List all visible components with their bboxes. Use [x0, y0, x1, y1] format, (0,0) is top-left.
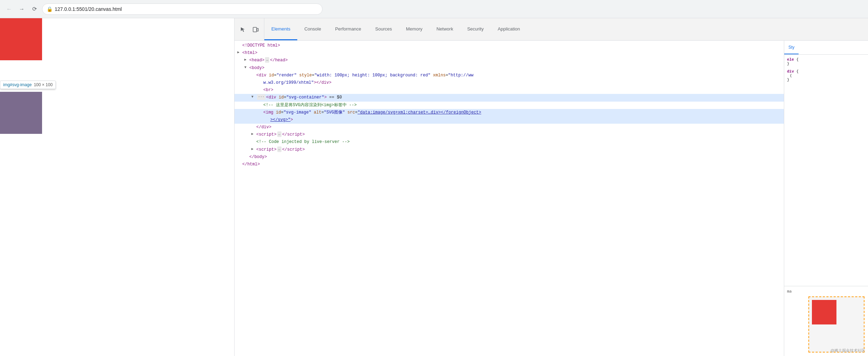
html-line-doctype[interactable]: <!DOCTYPE html>	[235, 42, 784, 49]
element-tooltip: img#svg-image 100 × 100	[0, 81, 56, 89]
html-line-script2[interactable]: ▶ <script>…</script>	[235, 146, 784, 153]
html-line-html-open[interactable]: ▶ <html>	[235, 49, 784, 57]
lock-icon: 🔒	[47, 6, 53, 12]
tab-application[interactable]: Application	[491, 18, 527, 40]
preview-thumbnail	[808, 296, 864, 352]
tooltip-element-label: img#svg-image	[3, 82, 32, 87]
html-line-script1[interactable]: ▶ <script>…</script>	[235, 131, 784, 138]
browser-toolbar: ← → ⟳ 🔒 127.0.0.1:5501/20.canvas.html	[0, 0, 868, 18]
html-line-comment1[interactable]: <!-- 这里是将SVG内容渲染到<img>标签中 -->	[235, 102, 784, 109]
device-toolbar-icon[interactable]	[250, 24, 261, 35]
css-rule-div: div { ( }	[787, 69, 865, 82]
html-line-comment2[interactable]: <!-- Code injected by live-server -->	[235, 138, 784, 146]
devtools-panel: Elements Console Performance Sources Mem…	[234, 18, 868, 356]
html-line-body[interactable]: ▼ <body>	[235, 64, 784, 72]
html-line-head[interactable]: ▶ <head>…</head>	[235, 57, 784, 64]
html-line-div-render-cont[interactable]: w.w3.org/1999/xhtml"></div>	[235, 79, 784, 87]
html-line-br[interactable]: <br>	[235, 87, 784, 94]
tab-sources[interactable]: Sources	[368, 18, 399, 40]
devtools-toolbar: Elements Console Performance Sources Mem…	[235, 18, 868, 41]
svg-rect-1	[257, 28, 258, 31]
svg-rect-0	[253, 27, 257, 32]
preview-red-box	[812, 300, 836, 324]
css-rule-element: ele { }	[787, 57, 865, 66]
html-line-body-close[interactable]: </body>	[235, 153, 784, 161]
tooltip-element-size: 100 × 100	[34, 82, 53, 87]
tab-console[interactable]: Console	[297, 18, 328, 40]
html-line-div-render[interactable]: <div id="render" style="width: 100px; he…	[235, 72, 784, 79]
purple-box	[0, 92, 42, 134]
tab-performance[interactable]: Performance	[328, 18, 368, 40]
red-box	[0, 18, 42, 60]
styles-tab-styles[interactable]: Sty	[784, 41, 799, 54]
tab-network[interactable]: Network	[429, 18, 460, 40]
styles-panel: Sty ele { } div { ( }	[784, 41, 868, 356]
main-area: img#svg-image 100 × 100	[0, 18, 868, 356]
devtools-icon-group	[235, 18, 264, 40]
html-line-div-svg-container[interactable]: ▼ ··· <div id="svg-container"> == $0	[235, 94, 784, 101]
address-bar[interactable]: 🔒 127.0.0.1:5501/20.canvas.html	[42, 4, 323, 15]
css-selector-div: div	[787, 69, 794, 74]
html-line-img-svg[interactable]: <img id="svg-image" alt="SVG图像" src="dat…	[235, 109, 784, 116]
preview-area: ma	[784, 286, 868, 356]
inspect-element-icon[interactable]	[237, 24, 249, 35]
tab-memory[interactable]: Memory	[399, 18, 429, 40]
reload-button[interactable]: ⟳	[29, 4, 39, 14]
forward-button[interactable]: →	[17, 4, 27, 14]
styles-tab-bar: Sty	[784, 41, 868, 55]
html-line-html-close[interactable]: </html>	[235, 161, 784, 168]
html-line-div-close[interactable]: </div>	[235, 124, 784, 131]
tab-security[interactable]: Security	[460, 18, 491, 40]
url-text: 127.0.0.1:5501/20.canvas.html	[55, 6, 122, 12]
back-button[interactable]: ←	[4, 4, 14, 14]
html-line-img-svg-cont[interactable]: ></svg>">	[235, 116, 784, 124]
page-content: img#svg-image 100 × 100	[0, 18, 234, 356]
tab-elements[interactable]: Elements	[264, 18, 297, 40]
css-selector-element: ele	[787, 57, 794, 62]
devtools-tabs: Elements Console Performance Sources Mem…	[264, 18, 868, 40]
styles-content: ele { } div { ( }	[784, 55, 868, 286]
elements-panel[interactable]: <!DOCTYPE html> ▶ <html> ▶ <head>…</head…	[235, 41, 784, 356]
preview-label: ma	[787, 289, 792, 294]
devtools-body: <!DOCTYPE html> ▶ <html> ▶ <head>…</head…	[235, 41, 868, 356]
